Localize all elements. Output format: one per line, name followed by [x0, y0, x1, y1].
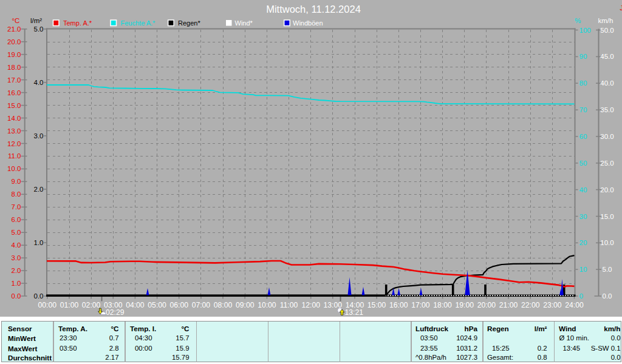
svg-text:19:00: 19:00 [455, 301, 474, 309]
svg-text:2.0: 2.0 [12, 267, 21, 274]
svg-text:20.0: 20.0 [7, 38, 21, 46]
svg-text:20: 20 [579, 239, 587, 246]
svg-text:8.0: 8.0 [12, 190, 21, 198]
svg-text:45.0: 45.0 [600, 53, 613, 60]
svg-text:05:00: 05:00 [148, 301, 166, 309]
svg-text:90: 90 [579, 53, 587, 60]
svg-text:23:00: 23:00 [543, 301, 562, 309]
svg-text:70: 70 [579, 106, 587, 113]
svg-text:19.0: 19.0 [7, 51, 21, 58]
svg-text:11.0: 11.0 [8, 152, 21, 160]
svg-text:30: 30 [579, 213, 587, 220]
svg-text:1.0: 1.0 [12, 280, 21, 287]
svg-text:13.0: 13.0 [7, 127, 21, 135]
svg-text:20.0: 20.0 [600, 186, 613, 194]
svg-text:7.0: 7.0 [12, 203, 21, 211]
svg-text:12:00: 12:00 [301, 301, 320, 309]
svg-text:01:00: 01:00 [60, 301, 79, 309]
svg-text:17.0: 17.0 [7, 76, 21, 84]
svg-text:21.0: 21.0 [7, 25, 21, 33]
svg-text:Windböen: Windböen [293, 19, 323, 27]
svg-text:100: 100 [579, 27, 591, 34]
svg-text:13:00: 13:00 [324, 301, 343, 309]
svg-text:04:00: 04:00 [126, 301, 145, 309]
svg-text:3.0: 3.0 [34, 132, 44, 140]
svg-text:Jarz Erich: Jarz Erich [620, 4, 622, 12]
svg-text:Temp. A.*: Temp. A.* [63, 19, 92, 27]
svg-text:15.0: 15.0 [7, 102, 21, 109]
svg-text:16.0: 16.0 [7, 89, 21, 96]
svg-text:2.0: 2.0 [34, 186, 44, 193]
svg-text:13:21: 13:21 [345, 308, 364, 317]
svg-text:15:00: 15:00 [367, 301, 386, 309]
svg-text:12.0: 12.0 [7, 140, 21, 147]
svg-text:40: 40 [579, 186, 587, 194]
svg-text:0.0: 0.0 [12, 292, 21, 300]
svg-text:35.0: 35.0 [600, 106, 613, 113]
svg-text:50: 50 [579, 160, 587, 167]
svg-text:21:00: 21:00 [499, 301, 518, 309]
svg-text:14.0: 14.0 [7, 115, 21, 122]
svg-text:15.0: 15.0 [600, 213, 613, 220]
svg-text:17:00: 17:00 [411, 301, 430, 309]
svg-text:4.0: 4.0 [34, 79, 44, 86]
svg-text:08:00: 08:00 [214, 301, 233, 309]
svg-text:km/h: km/h [598, 17, 613, 24]
svg-text:22:00: 22:00 [521, 301, 540, 309]
svg-text:06:00: 06:00 [169, 301, 188, 309]
svg-text:0.0: 0.0 [34, 292, 44, 300]
svg-text:5.0: 5.0 [12, 229, 21, 236]
svg-text:07:00: 07:00 [192, 301, 211, 309]
svg-text:40.0: 40.0 [600, 79, 613, 87]
svg-text:20:00: 20:00 [477, 301, 496, 309]
svg-text:02:00: 02:00 [82, 301, 101, 309]
svg-text:Mittwoch, 11.12.2024: Mittwoch, 11.12.2024 [266, 4, 361, 15]
svg-text:10: 10 [579, 266, 587, 273]
svg-text:Feuchte A.*: Feuchte A.* [121, 19, 156, 27]
svg-text:10.0: 10.0 [7, 165, 21, 172]
svg-text:18.0: 18.0 [7, 64, 21, 71]
svg-text:9.0: 9.0 [12, 178, 21, 185]
svg-text:24:00: 24:00 [565, 301, 584, 309]
svg-text:16:00: 16:00 [389, 301, 408, 309]
svg-text:°C: °C [12, 17, 20, 24]
svg-text:00:00: 00:00 [38, 301, 57, 309]
svg-text:10:00: 10:00 [258, 301, 276, 309]
svg-text:4.0: 4.0 [12, 241, 21, 249]
svg-text:50.0: 50.0 [600, 27, 613, 34]
svg-text:11:00: 11:00 [280, 301, 298, 309]
svg-text:09:00: 09:00 [236, 301, 255, 309]
svg-text:80: 80 [579, 79, 587, 87]
svg-text:%: % [575, 17, 581, 24]
svg-text:02:29: 02:29 [106, 308, 125, 317]
svg-text:1.0: 1.0 [34, 239, 44, 246]
svg-text:0.0: 0.0 [603, 292, 612, 300]
svg-text:10.0: 10.0 [600, 239, 613, 246]
svg-text:25.0: 25.0 [600, 160, 613, 167]
svg-text:60: 60 [579, 133, 587, 140]
svg-text:Wind*: Wind* [235, 19, 253, 27]
svg-text:5.0: 5.0 [603, 266, 612, 273]
svg-text:3.0: 3.0 [12, 254, 21, 261]
svg-text:Regen*: Regen* [178, 19, 200, 27]
svg-text:0: 0 [579, 292, 583, 300]
svg-text:18:00: 18:00 [433, 301, 452, 309]
svg-text:l/m²: l/m² [30, 17, 42, 24]
svg-text:30.0: 30.0 [600, 133, 613, 140]
svg-text:5.0: 5.0 [34, 25, 44, 33]
svg-text:6.0: 6.0 [12, 216, 21, 223]
